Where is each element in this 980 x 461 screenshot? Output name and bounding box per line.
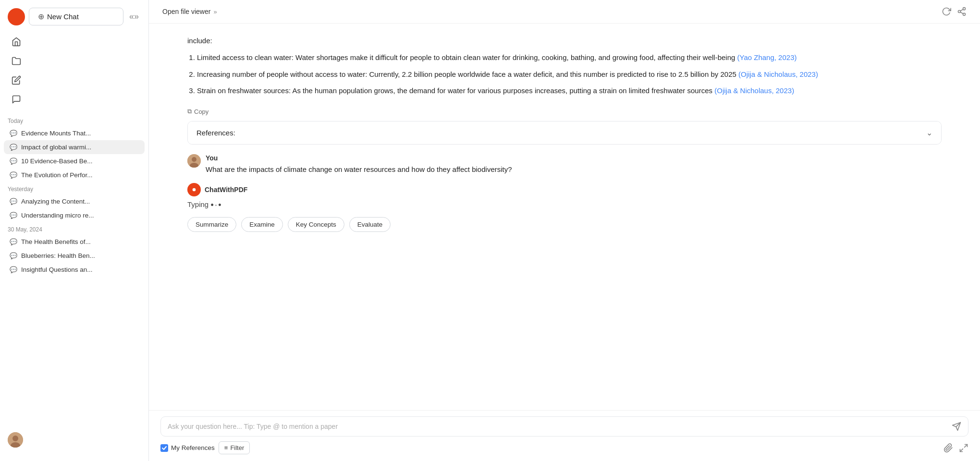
new-chat-label: New Chat [47, 12, 79, 21]
chat-item-icon: 💬 [10, 144, 17, 151]
chat-item-icon: 💬 [10, 158, 17, 165]
ai-name: ChatWithPDF [205, 186, 247, 194]
chat-item-label: 10 Evidence-Based Be... [21, 158, 93, 165]
user-avatar[interactable] [8, 432, 23, 448]
list-item-2-text: Increasing number of people without acce… [197, 70, 738, 78]
citation-3[interactable]: (Ojija & Nicholaus, 2023) [714, 86, 794, 95]
copy-button[interactable]: ⧉ Copy [187, 106, 208, 117]
filter-icon: ≡ [224, 444, 228, 451]
svg-line-14 [965, 444, 968, 447]
chat-item-label: The Evolution of Perfor... [21, 171, 93, 179]
chat-item-label: Insightful Questions an... [21, 266, 93, 273]
list-item-1-text: Limited access to clean water: Water sho… [197, 53, 737, 61]
key-concepts-chip[interactable]: Key Concepts [288, 217, 344, 232]
chat-item-label: Blueberries: Health Ben... [21, 252, 95, 259]
citation-2[interactable]: (Ojija & Nicholaus, 2023) [738, 70, 818, 78]
svg-point-1 [12, 436, 18, 441]
input-area: My References ≡ Filter [149, 410, 980, 461]
collapse-sidebar-button[interactable]: «» [127, 10, 141, 24]
app-logo [8, 8, 25, 25]
chat-item-icon: 💬 [10, 212, 17, 219]
chat-item[interactable]: 💬 The Health Benefits of... [4, 235, 145, 249]
svg-point-9 [192, 157, 196, 162]
folder-icon-button[interactable] [8, 52, 25, 70]
home-icon-button[interactable] [8, 33, 25, 50]
summarize-chip[interactable]: Summarize [187, 217, 236, 232]
svg-line-7 [960, 9, 963, 11]
section-today: Today [0, 114, 148, 126]
chat-item-label: The Health Benefits of... [21, 238, 91, 245]
open-file-viewer-button[interactable]: Open file viewer » [162, 8, 217, 15]
typing-indicator: Typing ••• [187, 200, 942, 209]
examine-chip[interactable]: Examine [241, 217, 283, 232]
send-button[interactable] [952, 422, 961, 431]
references-accordion: References: ⌄ [187, 121, 942, 145]
my-references-checkbox[interactable]: My References [160, 444, 215, 452]
chat-item-icon: 💬 [10, 252, 17, 259]
my-references-label: My References [171, 444, 215, 451]
svg-line-15 [960, 449, 963, 451]
refresh-button[interactable] [942, 7, 951, 16]
intro-text: include: [187, 35, 942, 47]
user-message: You What are the impacts of climate chan… [187, 154, 942, 175]
chat-item[interactable]: 💬 Evidence Mounts That... [4, 126, 145, 140]
chat-item-label: Evidence Mounts That... [21, 130, 91, 137]
sidebar-bottom [0, 426, 148, 453]
chat-item-icon: 💬 [10, 198, 17, 205]
topbar: Open file viewer » [149, 0, 980, 24]
chat-item-icon: 💬 [10, 266, 17, 273]
chat-item-icon: 💬 [10, 238, 17, 245]
copy-label: Copy [194, 108, 208, 115]
sidebar-header: ⊕ New Chat «» [0, 8, 148, 33]
expand-button[interactable] [959, 443, 968, 453]
section-may30: 30 May, 2024 [0, 222, 148, 235]
chat-item[interactable]: 💬 Analyzing the Content... [4, 194, 145, 208]
chat-item-label: Analyzing the Content... [21, 198, 90, 205]
copy-icon: ⧉ [187, 108, 192, 115]
chat-area: include: Limited access to clean water: … [149, 24, 980, 410]
chat-input[interactable] [168, 423, 948, 430]
input-bottom-right [943, 443, 968, 453]
chat-item-active[interactable]: 💬 Impact of global warmi... [4, 140, 145, 154]
checkbox-icon [160, 444, 168, 452]
main-content: Open file viewer » include: Limited acce… [149, 0, 980, 461]
list-item-2: Increasing number of people without acce… [197, 69, 942, 81]
response-list: Limited access to clean water: Water sho… [187, 52, 942, 97]
evaluate-chip[interactable]: Evaluate [349, 217, 391, 232]
chat-item-label: Understanding micro re... [21, 212, 94, 219]
chat-item[interactable]: 💬 Understanding micro re... [4, 208, 145, 222]
chat-item[interactable]: 💬 The Evolution of Perfor... [4, 168, 145, 182]
input-row [160, 416, 968, 437]
user-avatar-small [187, 154, 201, 168]
chat-item[interactable]: 💬 Blueberries: Health Ben... [4, 249, 145, 263]
citation-1[interactable]: (Yao Zhang, 2023) [737, 53, 797, 61]
chat-icon-button[interactable] [8, 91, 25, 108]
new-chat-button[interactable]: ⊕ New Chat [29, 8, 123, 25]
svg-point-11 [193, 188, 196, 192]
open-icon: » [213, 8, 217, 15]
plus-icon: ⊕ [38, 12, 44, 21]
collapse-icon: «» [129, 12, 139, 21]
input-bottom-left: My References ≡ Filter [160, 441, 250, 454]
section-yesterday: Yesterday [0, 182, 148, 194]
attach-button[interactable] [943, 443, 953, 453]
input-bottom: My References ≡ Filter [160, 441, 968, 454]
share-button[interactable] [957, 7, 967, 16]
user-message-content: You What are the impacts of climate chan… [206, 154, 512, 175]
topbar-actions [942, 7, 967, 16]
chat-item-icon: 💬 [10, 171, 17, 179]
references-toggle[interactable]: References: ⌄ [188, 121, 941, 144]
quick-action-chips: Summarize Examine Key Concepts Evaluate [187, 217, 942, 232]
filter-label: Filter [230, 444, 244, 451]
chat-item[interactable]: 💬 10 Evidence-Based Be... [4, 154, 145, 168]
filter-button[interactable]: ≡ Filter [219, 441, 250, 454]
ai-response-text: include: Limited access to clean water: … [187, 35, 942, 97]
chat-item[interactable]: 💬 Insightful Questions an... [4, 263, 145, 277]
list-item-3: Strain on freshwater sources: As the hum… [197, 85, 942, 97]
sidebar: ⊕ New Chat «» Today 💬 Evidence Mounts Th… [0, 0, 149, 461]
list-item-3-text: Strain on freshwater sources: As the hum… [197, 86, 714, 95]
ai-logo-icon [187, 183, 201, 196]
ai-response-block: include: Limited access to clean water: … [187, 35, 942, 145]
notes-icon-button[interactable] [8, 72, 25, 89]
user-question: What are the impacts of climate change o… [206, 164, 512, 175]
